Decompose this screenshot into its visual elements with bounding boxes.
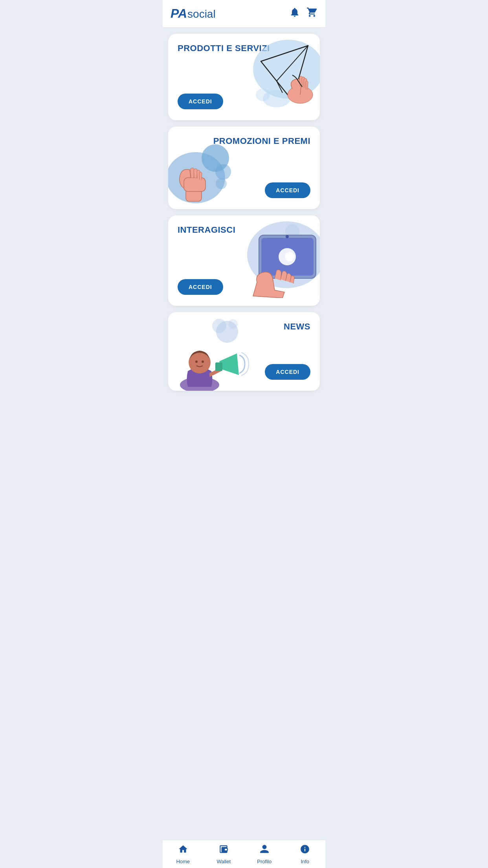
wallet-icon xyxy=(218,844,229,857)
svg-rect-9 xyxy=(184,178,205,191)
svg-point-24 xyxy=(202,360,204,363)
accedi-promozioni-button[interactable]: ACCEDI xyxy=(265,182,310,198)
promozioni-illustration xyxy=(168,134,243,205)
bottom-navigation: Home Wallet Profilo Info xyxy=(163,840,325,868)
news-illustration xyxy=(168,316,251,391)
app-logo: PA social xyxy=(171,6,216,21)
nav-info-label: Info xyxy=(301,859,309,864)
nav-profilo-label: Profilo xyxy=(257,859,272,864)
nav-home-label: Home xyxy=(176,859,190,864)
svg-point-6 xyxy=(215,164,231,180)
accedi-interagisci-button[interactable]: ACCEDI xyxy=(178,279,223,295)
svg-rect-25 xyxy=(215,362,222,371)
card-prodotti: PRODOTTI E SERVIZI xyxy=(168,34,320,120)
cart-icon[interactable] xyxy=(306,7,317,20)
nav-wallet-label: Wallet xyxy=(216,859,231,864)
svg-point-19 xyxy=(212,319,226,333)
accedi-news-button[interactable]: ACCEDI xyxy=(265,364,310,380)
logo-social: social xyxy=(187,8,216,20)
svg-point-23 xyxy=(195,360,198,363)
main-content: PRODOTTI E SERVIZI xyxy=(163,28,325,422)
card-news: NEWS xyxy=(168,312,320,391)
logo-pa: PA xyxy=(171,6,187,21)
nav-info[interactable]: Info xyxy=(285,840,326,868)
svg-point-17 xyxy=(286,235,289,238)
svg-point-7 xyxy=(216,178,227,189)
svg-point-2 xyxy=(256,88,270,101)
app-header: PA social xyxy=(163,0,325,28)
svg-point-16 xyxy=(285,252,294,261)
nav-wallet[interactable]: Wallet xyxy=(204,840,244,868)
info-icon xyxy=(300,844,310,857)
nav-home[interactable]: Home xyxy=(163,840,204,868)
svg-point-20 xyxy=(228,319,238,329)
card-interagisci: INTERAGISCI xyxy=(168,215,320,306)
home-icon xyxy=(178,844,188,857)
card-promozioni: PROMOZIONI E PREMI xyxy=(168,127,320,209)
bell-icon[interactable] xyxy=(289,7,300,20)
person-icon xyxy=(259,844,270,857)
accedi-prodotti-button[interactable]: ACCEDI xyxy=(178,94,223,109)
interagisci-illustration xyxy=(231,219,320,298)
prodotti-illustration xyxy=(237,38,320,108)
header-actions xyxy=(289,7,317,20)
nav-profilo[interactable]: Profilo xyxy=(244,840,285,868)
